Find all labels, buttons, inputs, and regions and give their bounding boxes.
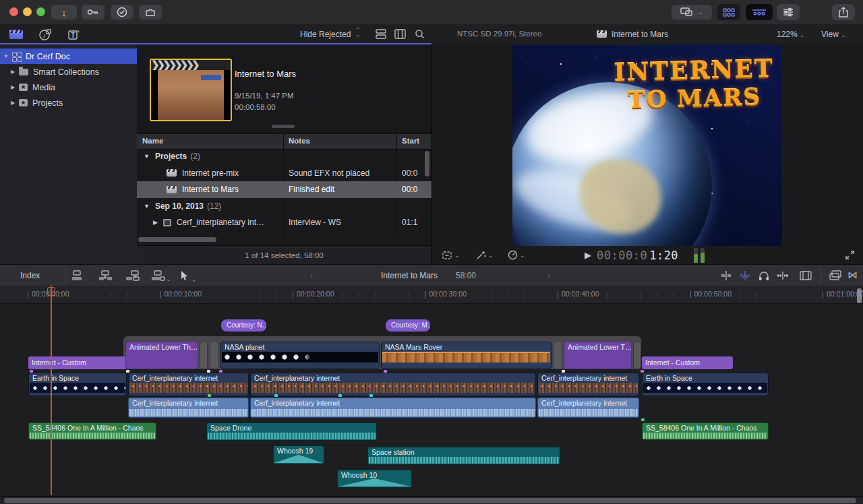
transition-clip[interactable] — [633, 342, 641, 369]
snapping-toggle[interactable] — [777, 270, 789, 283]
video-clip[interactable]: Cerf_interplanetary internet — [537, 373, 639, 396]
zoom-window-button[interactable] — [36, 7, 45, 16]
pane-resize-grip[interactable] — [272, 125, 295, 128]
music-audio-clip[interactable]: SS_58406 One In A Million - Chaos — [642, 422, 769, 440]
column-header-notes[interactable]: Notes — [289, 137, 310, 145]
clip-marker[interactable] — [219, 370, 222, 373]
clip-marker[interactable] — [207, 370, 210, 373]
connected-audio-clip[interactable]: Cerf_interplanetary internet — [537, 398, 639, 418]
sfx-audio-clip[interactable]: Space Drone — [206, 422, 377, 441]
index-button[interactable]: Index — [20, 271, 40, 280]
overwrite-edit-dropdown[interactable]: ⌄ — [151, 270, 171, 283]
sidebar-item-projects[interactable]: ▶★Projects — [0, 95, 137, 111]
skimming-toggle[interactable] — [720, 270, 732, 283]
disclosure-triangle-icon[interactable]: ▶ — [9, 69, 16, 75]
video-clip[interactable]: Earth in Space — [642, 373, 769, 396]
browser-horizontal-scrollbar[interactable] — [138, 237, 216, 242]
disclosure-triangle-icon[interactable]: ▶ — [9, 84, 16, 90]
column-header-name[interactable]: Name — [142, 137, 163, 145]
playhead-handle[interactable] — [47, 287, 55, 296]
retime-dropdown[interactable]: ⌄ — [508, 250, 525, 260]
connect-edit-button[interactable] — [71, 270, 86, 283]
show-timeline-button[interactable] — [746, 4, 773, 20]
extensions-button[interactable] — [139, 5, 162, 20]
sidebar-item-media[interactable]: ▶★Media — [0, 80, 137, 95]
courtesy-title-badge[interactable]: Courtesy: M… — [386, 319, 430, 332]
viewer-view-dropdown[interactable]: View ⌄ — [821, 30, 846, 39]
audio-skimming-toggle[interactable] — [739, 270, 751, 283]
video-clip[interactable]: Cerf_interplanetary internet — [250, 373, 536, 396]
disclosure-triangle-icon[interactable]: ▶ — [153, 219, 158, 226]
fullscreen-button[interactable] — [845, 250, 855, 260]
column-header-start[interactable]: Start — [402, 137, 419, 145]
append-edit-button[interactable] — [125, 270, 140, 283]
crop-transform-dropdown[interactable]: ⌄ — [442, 251, 460, 260]
sfx-audio-clip[interactable]: Space station — [367, 447, 560, 465]
background-tasks-button[interactable] — [111, 5, 133, 20]
show-libraries-sidebar-button[interactable] — [9, 30, 23, 41]
filmstrip-view-button[interactable] — [394, 29, 406, 41]
video-clip[interactable]: NASA planet — [220, 342, 380, 369]
show-browser-button[interactable] — [717, 4, 740, 20]
titles-generators-sidebar-button[interactable]: T — [67, 29, 80, 42]
title-clip[interactable]: Animated Lower Th… — [125, 342, 198, 369]
photos-audio-sidebar-button[interactable]: ♪ — [39, 29, 51, 42]
clip-filter-dropdown[interactable]: Hide Rejected — [300, 30, 351, 39]
disclosure-triangle-icon[interactable]: ▼ — [144, 153, 150, 160]
disclosure-triangle-icon[interactable]: ▼ — [3, 53, 9, 59]
close-window-button[interactable] — [9, 7, 18, 16]
sfx-audio-clip[interactable]: Whoosh 19 — [273, 445, 324, 464]
selected-clip-thumbnail[interactable]: ❯❯❯❯❯❯❯❯ — [150, 59, 232, 121]
video-clip[interactable]: NASA Mars Rover — [381, 342, 552, 369]
clip-marker[interactable] — [126, 370, 129, 373]
clip-marker[interactable] — [641, 370, 644, 373]
transition-clip[interactable] — [553, 342, 562, 369]
list-group-row[interactable]: ▼Projects(2) — [137, 148, 432, 165]
minimize-window-button[interactable] — [23, 7, 32, 16]
sidebar-item-dr-cerf-doc[interactable]: ▼Dr Cerf Doc — [0, 49, 137, 64]
title-clip[interactable]: Animated Lower T… — [564, 342, 632, 369]
timeline-project-title[interactable]: Internet to Mars — [381, 271, 438, 280]
transition-clip[interactable] — [210, 342, 219, 369]
video-clip[interactable]: Cerf_interplanetary internet — [128, 373, 249, 396]
disclosure-triangle-icon[interactable]: ▶ — [9, 100, 16, 106]
clip-marker[interactable] — [338, 394, 342, 397]
audio-meters[interactable] — [694, 248, 705, 263]
transition-clip[interactable] — [200, 342, 208, 369]
insert-edit-button[interactable] — [98, 270, 113, 283]
clip-marker[interactable] — [274, 394, 278, 397]
inspector-button[interactable] — [777, 4, 800, 20]
bowtie-icon[interactable]: ⋈ — [847, 269, 858, 281]
connected-audio-clip[interactable]: Cerf_interplanetary internet — [128, 398, 249, 418]
tool-palette-dropdown[interactable]: ⌄ — [179, 270, 197, 284]
title-clip[interactable]: Internet - Custom — [28, 356, 126, 369]
list-clip-row[interactable]: ▶Cerf_interplanetary int…Interview - WS0… — [137, 214, 432, 231]
music-audio-clip[interactable]: SS_58406 One In A Million - Chaos — [28, 422, 156, 440]
clip-marker[interactable] — [562, 370, 565, 373]
timeline-horizontal-scrollbar[interactable] — [0, 496, 863, 504]
title-clip[interactable]: Internet - Custom — [642, 356, 733, 369]
clip-marker[interactable] — [384, 370, 387, 373]
viewer-zoom-dropdown[interactable]: 122% ⌄ — [777, 30, 805, 39]
sfx-audio-clip[interactable]: Whoosh 10 — [337, 470, 412, 488]
keyword-editor-button[interactable] — [82, 5, 105, 20]
clip-marker[interactable] — [369, 394, 373, 397]
list-clip-row[interactable]: Internet to MarsFinished edit00:0 — [137, 181, 432, 198]
timeline-forward-button[interactable]: › — [547, 271, 550, 280]
clip-marker[interactable] — [641, 418, 645, 421]
browser-vertical-scrollbar[interactable] — [425, 151, 429, 177]
disclosure-triangle-icon[interactable]: ▼ — [144, 203, 150, 210]
sidebar-item-smart-collections[interactable]: ▶Smart Collections — [0, 64, 137, 80]
video-clip[interactable]: Earth in Space — [28, 373, 127, 396]
clip-marker[interactable] — [30, 370, 33, 373]
courtesy-title-badge[interactable]: Courtesy: N… — [221, 319, 266, 332]
connected-audio-clip[interactable]: Cerf_interplanetary internet — [250, 398, 536, 418]
list-clip-row[interactable]: Internet pre-mixSound EFX not placed00:0 — [137, 165, 432, 182]
playhead[interactable] — [51, 286, 52, 495]
play-button[interactable]: ▶ — [585, 250, 591, 260]
show-viewers-button[interactable] — [829, 270, 841, 283]
clip-appearance-button[interactable] — [800, 270, 812, 283]
timeline-vertical-scrollbar[interactable] — [857, 288, 862, 303]
clip-marker[interactable] — [208, 394, 211, 397]
list-view-button[interactable] — [376, 29, 386, 41]
